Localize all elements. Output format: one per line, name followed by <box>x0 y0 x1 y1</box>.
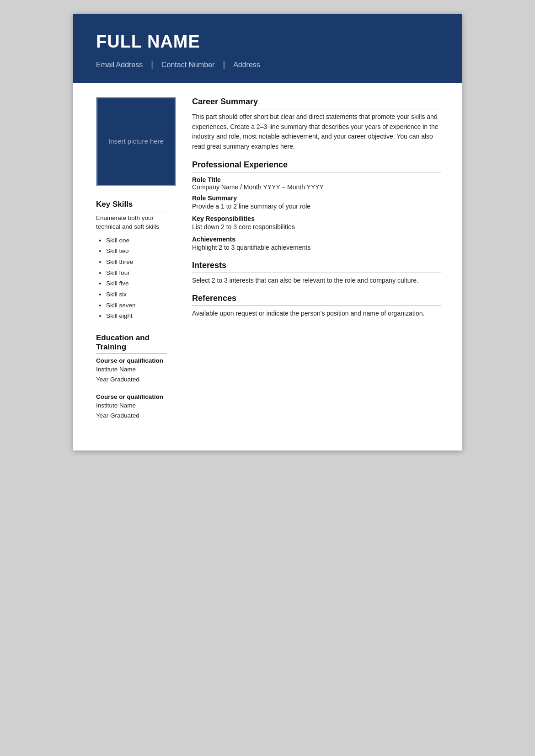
list-item: Skill two <box>106 246 167 257</box>
company-name: Company Name / Month YYYY – Month YYYY <box>192 183 441 191</box>
edu-entry-2: Course or qualification Institute Name Y… <box>96 393 167 421</box>
key-skills-section: Key Skills Enumerate both your technical… <box>96 200 167 322</box>
key-responsibilities-title: Key Responsibilities <box>192 215 441 222</box>
list-item: Skill one <box>106 235 167 246</box>
education-section: Education and Training Course or qualifi… <box>96 333 167 420</box>
list-item: Skill three <box>106 257 167 268</box>
professional-experience-section: Professional Experience Role Title Compa… <box>192 160 441 252</box>
interests-section: Interests Select 2 to 3 interests that c… <box>192 261 441 286</box>
email-address: Email Address <box>96 61 143 69</box>
edu-course-1: Course or qualification <box>96 357 167 365</box>
skills-list: Skill one Skill two Skill three Skill fo… <box>96 235 167 322</box>
address: Address <box>233 61 260 69</box>
interests-body: Select 2 to 3 interests that can also be… <box>192 276 441 286</box>
edu-year-1: Year Graduated <box>96 375 167 385</box>
body-content: Insert picture here Key Skills Enumerate… <box>73 83 462 450</box>
edu-year-2: Year Graduated <box>96 411 167 421</box>
contact-number: Contact Number <box>161 61 215 69</box>
key-skills-description: Enumerate both your technical and soft s… <box>96 214 167 231</box>
left-column: Insert picture here Key Skills Enumerate… <box>73 83 178 450</box>
header: FULL NAME Email Address | Contact Number… <box>73 14 462 83</box>
career-summary-title: Career Summary <box>192 97 441 109</box>
right-column: Career Summary This part should offer sh… <box>178 83 462 450</box>
key-skills-title: Key Skills <box>96 200 167 211</box>
contact-bar: Email Address | Contact Number | Address <box>96 60 439 70</box>
edu-institute-1: Institute Name <box>96 365 167 375</box>
achievements-title: Achievements <box>192 236 441 243</box>
achievements-body: Highlight 2 to 3 quantifiable achievemen… <box>192 243 441 252</box>
edu-course-2: Course or qualification <box>96 393 167 401</box>
list-item: Skill five <box>106 278 167 289</box>
full-name: FULL NAME <box>96 32 439 52</box>
edu-institute-2: Institute Name <box>96 401 167 411</box>
career-summary-body: This part should offer short but clear a… <box>192 112 441 152</box>
list-item: Skill eight <box>106 311 167 322</box>
list-item: Skill four <box>106 268 167 279</box>
education-title: Education and Training <box>96 333 167 354</box>
list-item: Skill seven <box>106 300 167 311</box>
career-summary-section: Career Summary This part should offer sh… <box>192 97 441 152</box>
key-responsibilities-body: List down 2 to 3 core responsibilities <box>192 222 441 232</box>
interests-title: Interests <box>192 261 441 273</box>
professional-experience-title: Professional Experience <box>192 160 441 172</box>
profile-picture-placeholder: Insert picture here <box>96 97 176 186</box>
edu-entry-1: Course or qualification Institute Name Y… <box>96 357 167 385</box>
resume-page: FULL NAME Email Address | Contact Number… <box>73 14 462 450</box>
role-title: Role Title <box>192 176 441 183</box>
separator-1: | <box>151 60 153 70</box>
separator-2: | <box>223 60 225 70</box>
list-item: Skill six <box>106 289 167 300</box>
role-summary-title: Role Summary <box>192 194 441 202</box>
references-title: References <box>192 294 441 306</box>
role-summary-body: Provide a 1 to 2 line summary of your ro… <box>192 202 441 211</box>
references-body: Available upon request or indicate the p… <box>192 309 441 319</box>
references-section: References Available upon request or ind… <box>192 294 441 319</box>
